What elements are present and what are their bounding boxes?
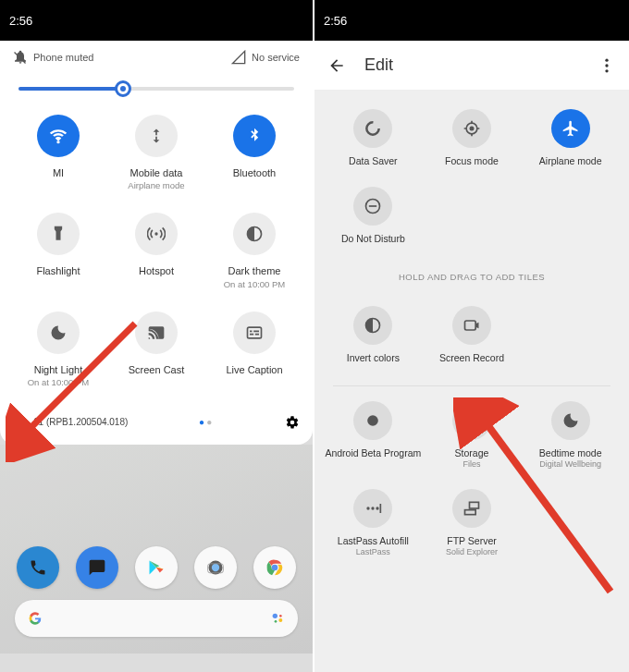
tile-ftp-server[interactable]: FTP ServerSolid Explorer [423, 489, 522, 556]
status-bar: 2:56 [314, 0, 629, 41]
beta-icon[interactable] [353, 401, 392, 440]
tile-label: Screen Cast [129, 363, 185, 376]
tile-label: Do Not Disturb [341, 233, 405, 244]
tile-dark-theme[interactable]: Dark themeOn at 10:00 PM [205, 213, 303, 288]
tile-label: Flashlight [36, 264, 80, 277]
tile-label: Mobile data [130, 166, 183, 179]
svg-rect-20 [464, 321, 475, 330]
homescreen-background [0, 445, 313, 654]
edit-header: Edit [314, 41, 629, 91]
svg-rect-27 [464, 510, 475, 515]
pencil-icon[interactable] [13, 415, 28, 430]
tile-do-not-disturb[interactable]: Do Not Disturb [324, 187, 423, 244]
svg-point-0 [154, 233, 157, 236]
tile-sublabel: Airplane mode [128, 180, 184, 190]
tile-storage[interactable]: StorageFiles [423, 401, 522, 469]
svg-point-16 [469, 127, 474, 131]
tile-label: Airplane mode [539, 155, 602, 166]
tile-sublabel: On at 10:00 PM [224, 279, 286, 289]
tile-screen-record[interactable]: Screen Record [423, 306, 522, 363]
bluetooth-icon[interactable] [233, 115, 276, 157]
google-g-icon [28, 611, 43, 626]
build-version: 11 (RPB1.200504.018) [33, 417, 128, 427]
tile-bluetooth[interactable]: Bluetooth [205, 115, 303, 190]
tile-label: Hotspot [139, 264, 174, 277]
play-store-app-icon[interactable] [135, 546, 178, 589]
darktheme-icon[interactable] [233, 213, 276, 255]
svg-rect-1 [248, 327, 262, 338]
tile-lastpass-autofill[interactable]: LastPass AutofillLastPass [324, 489, 423, 556]
svg-point-8 [279, 615, 282, 617]
tile-mi[interactable]: MI [9, 115, 107, 190]
gear-icon[interactable] [285, 415, 300, 430]
tile-label: Live Caption [226, 363, 282, 376]
tile-sublabel: Solid Explorer [446, 547, 498, 556]
hotspot-icon[interactable] [135, 213, 178, 255]
invert-icon[interactable] [353, 306, 392, 345]
back-arrow-icon[interactable] [327, 56, 346, 75]
brightness-slider[interactable] [18, 87, 294, 91]
svg-point-22 [465, 414, 477, 426]
datasaver-icon[interactable] [353, 109, 392, 148]
airplane-icon[interactable] [551, 109, 590, 148]
tile-focus-mode[interactable]: Focus mode [423, 109, 522, 166]
wifi-icon[interactable] [37, 115, 80, 157]
tile-label: Dark theme [228, 264, 281, 277]
bedtime-icon[interactable] [551, 401, 590, 440]
service-indicator: No service [231, 50, 300, 65]
tile-mobile-data[interactable]: Mobile dataAirplane mode [107, 115, 205, 190]
phone-muted-indicator: Phone muted [13, 50, 93, 65]
dnd-icon[interactable] [353, 187, 392, 226]
phone-app-icon[interactable] [17, 546, 59, 589]
tile-night-light[interactable]: Night LightOn at 10:00 PM [9, 312, 107, 387]
storage-icon[interactable] [452, 401, 491, 440]
tile-hotspot[interactable]: Hotspot [107, 213, 205, 288]
ftp-icon[interactable] [452, 489, 491, 528]
status-bar: 2:56 [0, 0, 313, 41]
tile-live-caption[interactable]: Live Caption [205, 312, 303, 387]
tile-invert-colors[interactable]: Invert colors [324, 306, 423, 363]
clock: 2:56 [324, 14, 347, 28]
tile-label: Screen Record [439, 352, 504, 363]
service-label: No service [252, 52, 300, 63]
cast-icon[interactable] [135, 312, 178, 354]
mobiledata-icon[interactable] [135, 115, 178, 157]
tile-airplane-mode[interactable]: Airplane mode [521, 109, 620, 166]
clock: 2:56 [9, 14, 32, 28]
overflow-menu-icon[interactable] [598, 56, 616, 75]
lastpass-icon[interactable] [353, 489, 392, 528]
hold-drag-hint: HOLD AND DRAG TO ADD TILES [314, 261, 629, 287]
signal-off-icon [231, 50, 246, 65]
assistant-icon[interactable] [270, 611, 285, 626]
svg-point-13 [605, 64, 608, 67]
tile-label: Focus mode [445, 155, 499, 166]
messages-app-icon[interactable] [76, 546, 118, 589]
focus-icon[interactable] [452, 109, 491, 148]
tile-label: Invert colors [347, 352, 400, 363]
tile-label: LastPass Autofill [338, 535, 409, 546]
quick-settings-screenshot: 2:56 Phone muted No service MIMobile dat… [0, 0, 314, 672]
tile-label: Bedtime mode [539, 447, 602, 458]
svg-point-10 [275, 620, 278, 623]
svg-point-25 [376, 507, 379, 509]
tile-sublabel: Files [462, 459, 480, 469]
tile-flashlight[interactable]: Flashlight [9, 213, 107, 288]
brightness-thumb[interactable] [115, 80, 131, 97]
chrome-app-icon[interactable] [253, 546, 296, 589]
camera-app-icon[interactable] [194, 546, 237, 589]
tile-sublabel: On at 10:00 PM [28, 377, 90, 387]
google-search-bar[interactable] [15, 600, 298, 637]
tile-android-beta-program[interactable]: Android Beta Program [324, 401, 423, 469]
tile-sublabel: Digital Wellbeing [539, 459, 601, 469]
nightlight-icon[interactable] [37, 312, 80, 354]
svg-point-9 [278, 618, 282, 622]
tile-screen-cast[interactable]: Screen Cast [107, 312, 205, 387]
svg-rect-28 [469, 502, 478, 508]
tile-bedtime-mode[interactable]: Bedtime modeDigital Wellbeing [521, 401, 620, 469]
tile-data-saver[interactable]: Data Saver [324, 109, 423, 166]
record-icon[interactable] [452, 306, 491, 345]
flashlight-icon[interactable] [37, 213, 80, 255]
quick-settings-panel: Phone muted No service MIMobile dataAirp… [0, 41, 313, 445]
caption-icon[interactable] [233, 312, 276, 354]
svg-point-12 [605, 58, 608, 61]
